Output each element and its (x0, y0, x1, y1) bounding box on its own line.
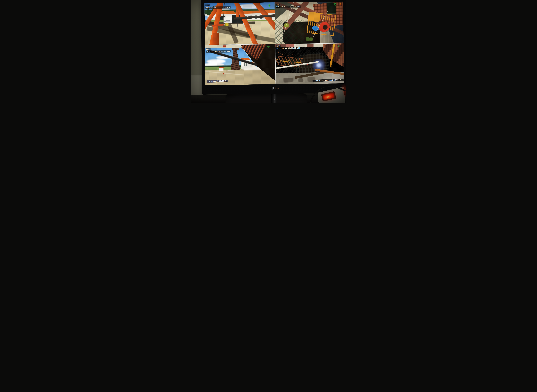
cam3-timestamp: 2019-04-03 12:33:47 WED (206, 50, 231, 53)
lg-logo: LG (271, 86, 279, 90)
orange-panel (308, 11, 321, 22)
cam1-label: CAM1 (205, 5, 210, 6)
light-pole (211, 61, 211, 70)
wifi-icon (334, 3, 337, 6)
lg-monitor: CAM1 2019-04-03 12:33:46 WED (201, 0, 346, 95)
cam2-feed: CAM2 2019-04-03 12:33:45 WED (274, 1, 344, 44)
white-shed (219, 68, 223, 71)
cam4-label: CAM4 (276, 45, 281, 47)
plants (305, 37, 313, 41)
lg-face-icon (271, 87, 274, 89)
lg-brand-text: LG (275, 86, 279, 89)
cam4-feed: CAM4 2019-04-03 12:33:12 WED Cloud ID : … (275, 43, 344, 84)
wifi-icon (267, 46, 270, 48)
cam1-osd: CAM1 2019-04-03 12:33:46 WED (205, 4, 231, 9)
cam2-label: CAM2 (275, 4, 280, 6)
cam2-timestamp: 2019-04-03 12:33:45 WED (275, 5, 301, 8)
photo-of-cctv-monitor: CAM1 2019-04-03 12:33:46 WED (191, 0, 346, 103)
orange-status-icon (340, 3, 341, 5)
red-hydrant (223, 73, 224, 74)
yellow-machine (225, 23, 229, 26)
wifi-icon (337, 44, 340, 47)
cam1-feed: CAM1 2019-04-03 12:33:46 WED (204, 2, 275, 45)
stand-reflection (274, 99, 275, 101)
cam4-timestamp: 2019-04-03 12:33:12 WED (276, 47, 301, 49)
cam4-osd: CAM4 2019-04-03 12:33:12 WED (276, 45, 301, 49)
cam3-osd: CAM3 2019-04-03 12:33:47 WED (206, 48, 231, 53)
orange-steel-base (213, 33, 219, 45)
wifi-icon (268, 4, 271, 7)
cam3-feed: CAM3 2019-04-03 12:33:47 WED 2019/04/03 … (205, 44, 276, 85)
cctv-quad-screen: CAM1 2019-04-03 12:33:46 WED (204, 1, 344, 85)
cam3-label: CAM3 (206, 48, 210, 50)
red-object (223, 45, 226, 47)
shed-roof (219, 67, 224, 68)
information-sign (223, 17, 232, 23)
cam2-osd: CAM2 2019-04-03 12:33:45 WED (275, 3, 301, 8)
cam1-timestamp: 2019-04-03 12:33:46 WED (205, 6, 231, 9)
